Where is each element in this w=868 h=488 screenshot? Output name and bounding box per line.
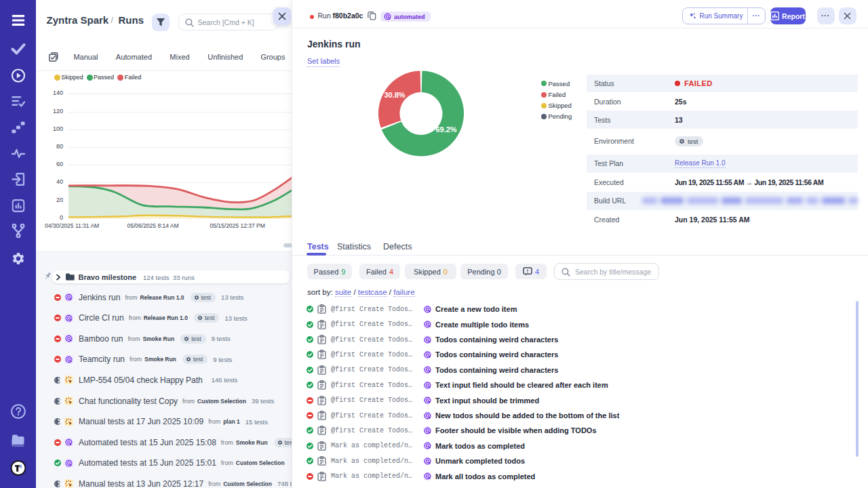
svg-text:69.2%: 69.2% [435,125,456,134]
svg-text:30.8%: 30.8% [384,91,405,99]
